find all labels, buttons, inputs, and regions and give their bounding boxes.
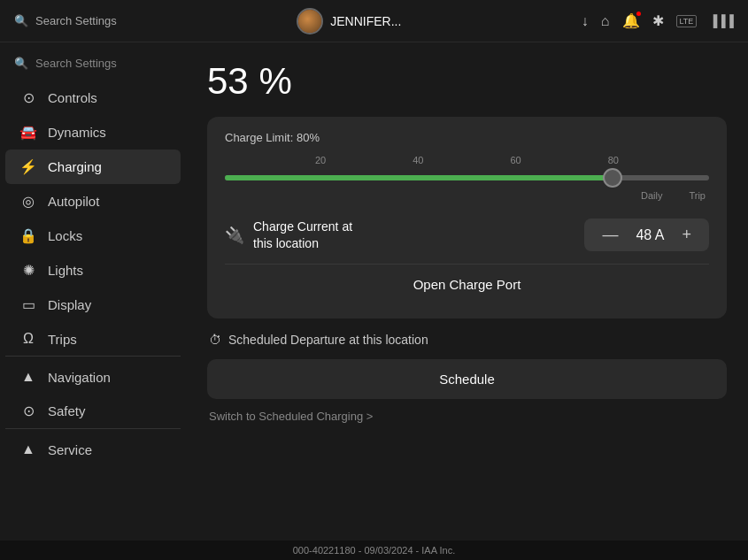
charging-label: Charging — [48, 159, 102, 174]
charge-current-control: — 48 A + — [584, 219, 709, 251]
charge-limit-label: Charge Limit: 80% — [225, 131, 709, 144]
trips-icon: Ω — [19, 331, 37, 347]
safety-icon: ⊙ — [19, 403, 37, 419]
lte-badge: LTE — [676, 15, 698, 27]
charge-current-value: 48 A — [636, 227, 664, 243]
search-settings-label: Search Settings — [35, 14, 117, 27]
content-area: 53 % Charge Limit: 80% 20 40 60 80 — [186, 42, 748, 541]
slider-label-trip: Trip — [689, 190, 706, 201]
switch-charging-link[interactable]: Switch to Scheduled Charging > — [207, 410, 727, 423]
locks-icon: 🔒 — [19, 227, 37, 244]
search-sidebar-label: Search Settings — [35, 57, 117, 70]
charge-card: Charge Limit: 80% 20 40 60 80 — [207, 117, 727, 318]
slider-track-wrapper[interactable] — [225, 169, 709, 187]
charge-limit-slider-container: 20 40 60 80 Daily Trip — [225, 155, 709, 201]
bluetooth-icon: ✱ — [652, 12, 664, 29]
sidebar-divider — [5, 356, 181, 357]
schedule-button[interactable]: Schedule — [207, 359, 727, 399]
service-icon: ▲ — [19, 441, 37, 457]
sidebar-item-lights[interactable]: ✺ Lights — [5, 253, 181, 288]
sidebar-item-navigation[interactable]: ▲ Navigation — [5, 360, 181, 394]
bell-icon: 🔔 — [622, 12, 640, 29]
footer: 000-40221180 - 09/03/2024 - IAA Inc. — [0, 541, 748, 560]
controls-icon: ⊙ — [19, 89, 37, 106]
main-layout: 🔍 Search Settings ⊙ Controls 🚘 Dynamics … — [0, 42, 748, 541]
lights-label: Lights — [48, 263, 83, 278]
dynamics-label: Dynamics — [48, 125, 106, 140]
sidebar-divider2 — [5, 428, 181, 429]
slider-fill — [225, 175, 613, 180]
clock-icon: ⏱ — [209, 333, 221, 347]
scheduled-departure-row: ⏱ Scheduled Departure at this location — [207, 333, 727, 347]
sidebar-item-service[interactable]: ▲ Service — [5, 433, 181, 466]
locks-label: Locks — [48, 228, 82, 243]
sidebar-item-display[interactable]: ▭ Display — [5, 288, 181, 322]
tick-20: 20 — [315, 155, 326, 165]
search-sidebar-icon: 🔍 — [14, 57, 28, 70]
tick-80: 80 — [608, 155, 619, 165]
slider-ticks: 20 40 60 80 — [225, 155, 709, 165]
service-label: Service — [48, 442, 92, 457]
navigation-label: Navigation — [48, 370, 111, 385]
battery-percentage: 53 % — [207, 60, 727, 103]
sidebar: 🔍 Search Settings ⊙ Controls 🚘 Dynamics … — [0, 42, 186, 541]
avatar — [297, 8, 323, 35]
slider-label-daily: Daily — [641, 190, 662, 201]
display-label: Display — [48, 297, 91, 312]
display-icon: ▭ — [19, 296, 37, 313]
signal-icon: ▐▐▐ — [709, 14, 734, 27]
navigation-icon: ▲ — [19, 369, 37, 385]
trips-label: Trips — [48, 332, 77, 347]
status-icons: ↓ ⌂ 🔔 ✱ LTE ▐▐▐ — [582, 12, 734, 29]
slider-track — [225, 175, 709, 180]
sidebar-item-controls[interactable]: ⊙ Controls — [5, 81, 181, 115]
scheduled-label: Scheduled Departure at this location — [228, 333, 428, 347]
autopilot-icon: ◎ — [19, 193, 37, 210]
charge-current-row: 🔌 Charge Current at this location — 48 A… — [225, 206, 709, 257]
dynamics-icon: 🚘 — [19, 124, 37, 141]
tick-60: 60 — [511, 155, 521, 165]
sidebar-item-autopilot[interactable]: ◎ Autopilot — [5, 184, 181, 219]
charging-icon: ⚡ — [19, 158, 37, 175]
increase-current-button[interactable]: + — [678, 226, 695, 244]
notification-dot — [636, 12, 641, 16]
garage-icon: ⌂ — [601, 13, 610, 29]
slider-thumb[interactable] — [603, 168, 622, 188]
charge-current-line1: Charge Current at — [253, 219, 352, 234]
search-icon: 🔍 — [14, 14, 28, 27]
lights-icon: ✺ — [19, 262, 37, 279]
tick-40: 40 — [413, 155, 423, 165]
sidebar-item-dynamics[interactable]: 🚘 Dynamics — [5, 115, 181, 150]
charge-current-label: Charge Current at this location — [253, 219, 352, 250]
decrease-current-button[interactable]: — — [598, 226, 621, 244]
sidebar-item-locks[interactable]: 🔒 Locks — [5, 219, 181, 253]
sidebar-item-safety[interactable]: ⊙ Safety — [5, 394, 181, 428]
charge-current-line2: this location — [253, 235, 352, 251]
slider-labels: Daily Trip — [225, 190, 709, 201]
controls-label: Controls — [48, 90, 97, 105]
sidebar-item-trips[interactable]: Ω Trips — [5, 322, 181, 356]
autopilot-label: Autopilot — [48, 194, 99, 209]
search-settings-sidebar[interactable]: 🔍 Search Settings — [0, 50, 186, 81]
footer-text: 000-40221180 - 09/03/2024 - IAA Inc. — [293, 545, 455, 556]
plug-icon: 🔌 — [225, 226, 244, 245]
safety-label: Safety — [48, 403, 86, 418]
top-bar: 🔍 Search Settings JENNIFER... ↓ ⌂ 🔔 ✱ LT… — [0, 0, 748, 42]
user-name-label: JENNIFER... — [330, 14, 401, 28]
sidebar-item-charging[interactable]: ⚡ Charging — [5, 150, 181, 184]
search-settings[interactable]: 🔍 Search Settings — [14, 14, 117, 27]
download-icon: ↓ — [582, 13, 589, 29]
open-charge-port-button[interactable]: Open Charge Port — [225, 264, 709, 304]
user-info: JENNIFER... — [297, 8, 401, 35]
charge-current-left: 🔌 Charge Current at this location — [225, 219, 352, 250]
